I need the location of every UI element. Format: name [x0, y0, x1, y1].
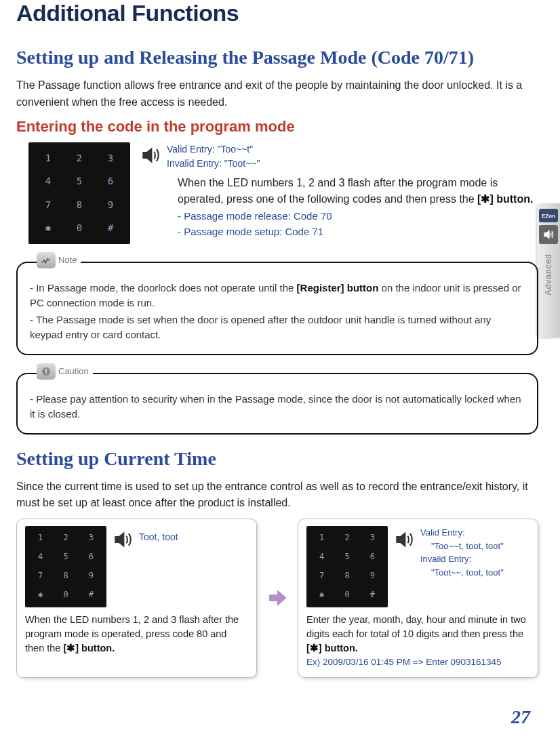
page-title: Additional Functions	[16, 0, 538, 26]
side-tab-advanced: EZon Advanced	[537, 203, 560, 338]
section1-body: When the LED numbers 1, 2 and 3 flash af…	[178, 177, 498, 205]
keypad-key: 2	[54, 530, 77, 546]
keypad-key: 6	[361, 549, 384, 565]
caution-callout: Caution - Please pay attention to securi…	[16, 373, 538, 435]
brand-badge: EZon	[539, 209, 558, 222]
speaker-icon	[112, 529, 134, 554]
section1-title: Setting up and Releasing the Passage Mod…	[16, 45, 538, 69]
keypad-key: 5	[54, 549, 77, 565]
note-label: Note	[58, 254, 77, 267]
keypad-key: 0	[336, 587, 358, 603]
keypad-key: #	[80, 587, 102, 603]
keypad-key: 2	[336, 530, 358, 546]
svg-rect-2	[45, 373, 46, 374]
note-callout: Note - In Passage mode, the doorlock doe…	[16, 262, 538, 355]
keypad-key: 3	[361, 530, 384, 546]
code-line-70: - Passage mode release: Code 70	[178, 208, 538, 224]
section1-subheading: Entering the code in the program mode	[16, 118, 538, 136]
step2-valid-label: Valid Entry:	[420, 526, 504, 540]
code-line-71: - Passage mode setup: Code 71	[178, 224, 538, 239]
star-button-label: [✱] button.	[63, 643, 115, 653]
section2-intro: Since the current time is used to set up…	[16, 479, 538, 512]
keypad-image: 123456789✱0#	[16, 142, 130, 244]
keypad-key: 3	[96, 148, 125, 169]
keypad-key: 9	[96, 195, 125, 216]
invalid-entry-text: Invalid Entry: "Toot~~"	[167, 157, 260, 171]
keypad-key: 1	[311, 530, 333, 546]
keypad-key: #	[361, 587, 384, 603]
section2-title: Setting up Current Time	[16, 447, 538, 470]
caution-label: Caution	[58, 365, 89, 378]
keypad-key: 8	[65, 195, 94, 216]
caution-icon	[37, 363, 56, 380]
step2-example: Ex) 2009/03/16 01:45 PM => Enter 0903161…	[306, 655, 529, 669]
keypad-key: 7	[311, 568, 333, 584]
keypad-key: 9	[80, 568, 102, 584]
keypad-key: 4	[311, 549, 333, 565]
step2-text: Enter the year, month, day, hour and min…	[306, 614, 526, 639]
keypad-key: 3	[80, 530, 102, 546]
keypad-key: 0	[65, 218, 94, 239]
register-button-label: [Register] button	[297, 282, 379, 294]
keypad-key: 8	[336, 568, 358, 584]
keypad-key: 4	[34, 171, 62, 192]
arrow-right-icon	[265, 519, 289, 678]
keypad-key: 2	[65, 148, 94, 169]
step2-invalid-val: "Toot~~, toot, toot"	[420, 566, 504, 580]
star-button-label: [✱] button.	[306, 643, 358, 653]
speaker-icon	[140, 144, 161, 169]
keypad-key: 9	[361, 568, 384, 584]
keypad-key: 6	[96, 171, 125, 192]
keypad-key: 7	[29, 568, 52, 584]
keypad-key: 7	[34, 195, 62, 216]
note-line2: - The Passage mode is set when the door …	[30, 312, 525, 343]
valid-entry-text: Valid Entry: "Too~~t"	[167, 142, 260, 157]
step1-sound: Toot, toot	[139, 530, 178, 544]
keypad-key: 1	[34, 148, 62, 169]
speaker-icon	[393, 529, 415, 554]
keypad-key: #	[96, 218, 125, 239]
step2-card: 123456789✱0# Valid Entry: "Too~~t, toot,…	[298, 519, 538, 678]
note-line1a: - In Passage mode, the doorlock does not…	[30, 282, 297, 294]
step2-valid-val: "Too~~t, toot, toot"	[420, 540, 504, 553]
step2-invalid-label: Invalid Entry:	[420, 552, 504, 566]
note-icon	[37, 252, 56, 268]
keypad-key: ✱	[311, 587, 333, 603]
star-button-label: [✱] button.	[477, 193, 533, 205]
keypad-image: 123456789✱0#	[306, 526, 388, 607]
svg-rect-1	[45, 369, 46, 372]
step1-text: When the LED numbers 1, 2 and 3 flash af…	[25, 614, 239, 653]
keypad-key: 5	[336, 549, 358, 565]
section1-intro: The Passage function allows free entranc…	[16, 77, 538, 111]
keypad-key: ✱	[34, 218, 62, 239]
keypad-key: 4	[29, 549, 52, 565]
speaker-icon	[539, 225, 558, 244]
keypad-key: 0	[54, 587, 77, 603]
keypad-image: 123456789✱0#	[25, 526, 106, 607]
keypad-key: ✱	[29, 587, 52, 603]
side-tab-label: Advanced	[544, 254, 553, 295]
step1-card: 123456789✱0# Toot, toot When the LED num…	[16, 519, 257, 678]
page-number: 27	[511, 706, 530, 728]
keypad-key: 6	[80, 549, 102, 565]
keypad-key: 5	[65, 171, 94, 192]
keypad-key: 8	[54, 568, 77, 584]
caution-line1: - Please pay attention to security when …	[30, 392, 525, 422]
keypad-key: 1	[29, 530, 52, 546]
